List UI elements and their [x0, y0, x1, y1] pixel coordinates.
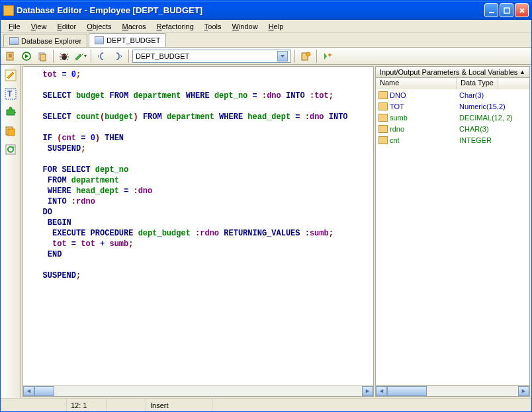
- menubar: File View Editor Objects Macros Refactor…: [1, 20, 531, 33]
- status-empty: [1, 399, 67, 411]
- scroll-track[interactable]: [34, 386, 362, 396]
- svg-rect-15: [8, 129, 15, 136]
- status-modified: [107, 399, 146, 411]
- scroll-track[interactable]: [387, 386, 518, 396]
- debug-button[interactable]: [57, 49, 71, 63]
- close-button[interactable]: [515, 3, 529, 17]
- svg-rect-2: [7, 52, 13, 60]
- param-type: Numeric(15,2): [457, 103, 508, 110]
- param-name: rdno: [390, 125, 404, 133]
- svg-rect-5: [40, 54, 46, 61]
- separator: [53, 50, 54, 63]
- panel-header[interactable]: Input/Output Parameters & Local Variable…: [375, 66, 530, 78]
- app-icon: [3, 5, 14, 16]
- parameters-panel: Input/Output Parameters & Local Variable…: [375, 66, 530, 397]
- param-name: TOT: [390, 103, 404, 110]
- app-window: Database Editor - Employee [DEPT_BUDGET]…: [0, 0, 532, 412]
- scroll-left-button[interactable]: ◄: [23, 386, 34, 396]
- menu-editor[interactable]: Editor: [52, 21, 81, 32]
- tab-database-explorer[interactable]: Database Explorer: [3, 34, 87, 47]
- bracket-left-button[interactable]: [95, 49, 109, 63]
- editor-hscrollbar[interactable]: ◄ ►: [23, 385, 373, 396]
- toolbar: ▾ DEPT_BUDGET: [1, 48, 531, 65]
- parameters-list: DNO Char(3) TOT Numeric(15,2) sumb DECIM…: [375, 89, 530, 386]
- tab-label: Database Explorer: [21, 37, 81, 45]
- list-item[interactable]: DNO Char(3): [376, 89, 529, 101]
- svg-point-7: [62, 55, 64, 56]
- svg-text:T: T: [7, 89, 13, 99]
- menu-help[interactable]: Help: [263, 21, 289, 32]
- param-icon: [378, 103, 388, 110]
- list-item[interactable]: rdno CHAR(3): [376, 123, 529, 134]
- scroll-right-button[interactable]: ►: [362, 386, 373, 396]
- param-icon: [378, 114, 388, 122]
- scroll-thumb[interactable]: [34, 386, 54, 396]
- param-name: sumb: [390, 114, 408, 122]
- scroll-left-button[interactable]: ◄: [376, 386, 387, 396]
- param-icon: [378, 136, 388, 144]
- window-title: Database Editor - Employee [DEPT_BUDGET]: [17, 5, 484, 15]
- menu-window[interactable]: Window: [227, 21, 263, 32]
- panel-hscrollbar[interactable]: ◄ ►: [375, 386, 530, 397]
- add-button[interactable]: [320, 49, 335, 63]
- separator: [91, 50, 91, 63]
- separator: [128, 50, 129, 63]
- titlebar[interactable]: Database Editor - Employee [DEPT_BUDGET]: [1, 1, 531, 20]
- svg-point-6: [62, 54, 67, 60]
- menu-tools[interactable]: Tools: [199, 21, 227, 32]
- list-item[interactable]: sumb DECIMAL(12, 2): [376, 112, 529, 123]
- list-item[interactable]: cnt INTEGER: [376, 134, 529, 145]
- svg-point-8: [65, 55, 66, 56]
- param-type: DECIMAL(12, 2): [457, 114, 515, 122]
- code-editor[interactable]: tot = 0; SELECT budget FROM department W…: [23, 67, 373, 385]
- svg-rect-0: [489, 12, 494, 13]
- scroll-right-button[interactable]: ►: [518, 386, 529, 396]
- highlight-button[interactable]: ▾: [73, 49, 87, 63]
- combo-dropdown-button[interactable]: [277, 51, 288, 62]
- tab-dept-budget[interactable]: DEPT_BUDGET: [89, 33, 166, 47]
- maximize-button[interactable]: [500, 3, 513, 17]
- param-name: cnt: [390, 136, 400, 144]
- tab-bar: Database Explorer DEPT_BUDGET: [1, 33, 531, 48]
- separator: [294, 50, 295, 63]
- menu-file[interactable]: File: [3, 21, 26, 32]
- svg-rect-1: [504, 8, 510, 13]
- duplicate-button[interactable]: [35, 49, 50, 63]
- panel-title: Input/Output Parameters & Local Variable…: [380, 68, 517, 76]
- sync-button[interactable]: [298, 49, 313, 63]
- db-explorer-icon: [9, 37, 19, 45]
- param-type: Char(3): [457, 91, 486, 99]
- minimize-button[interactable]: [484, 3, 498, 17]
- param-type: CHAR(3): [457, 125, 492, 133]
- compile-button[interactable]: [3, 49, 18, 63]
- status-spacer: [212, 399, 531, 411]
- main-area: T tot = 0; SELECT budget FROM department…: [1, 65, 531, 398]
- combo-value: DEPT_BUDGET: [136, 52, 277, 60]
- bracket-right-button[interactable]: [111, 49, 125, 63]
- scroll-thumb[interactable]: [387, 386, 427, 396]
- menu-macros[interactable]: Macros: [116, 21, 151, 32]
- puzzle-panel-button[interactable]: [3, 104, 19, 120]
- menu-refactoring[interactable]: Refactoring: [152, 21, 199, 32]
- side-toolbar: T: [1, 65, 21, 398]
- col-name-header[interactable]: Name: [376, 78, 457, 89]
- tab-label: DEPT_BUDGET: [107, 36, 160, 44]
- procedure-icon: [95, 36, 104, 44]
- status-cursor-position: 12: 1: [67, 399, 107, 411]
- text-panel-button[interactable]: T: [3, 86, 19, 102]
- files-panel-button[interactable]: [3, 123, 19, 139]
- refresh-panel-button[interactable]: [3, 142, 19, 157]
- collapse-icon[interactable]: ▲: [519, 69, 525, 75]
- object-combo[interactable]: DEPT_BUDGET: [132, 50, 291, 63]
- list-item[interactable]: TOT Numeric(15,2): [376, 101, 529, 112]
- menu-view[interactable]: View: [26, 21, 52, 32]
- col-type-header[interactable]: Data Type: [457, 78, 498, 89]
- code-editor-panel: tot = 0; SELECT budget FROM department W…: [22, 66, 374, 397]
- menu-objects[interactable]: Objects: [81, 21, 116, 32]
- edit-panel-button[interactable]: [3, 67, 19, 83]
- run-button[interactable]: [19, 49, 34, 63]
- column-headers: Name Data Type: [375, 78, 530, 89]
- param-icon: [378, 91, 388, 99]
- param-name: DNO: [390, 91, 406, 99]
- param-type: INTEGER: [457, 136, 494, 144]
